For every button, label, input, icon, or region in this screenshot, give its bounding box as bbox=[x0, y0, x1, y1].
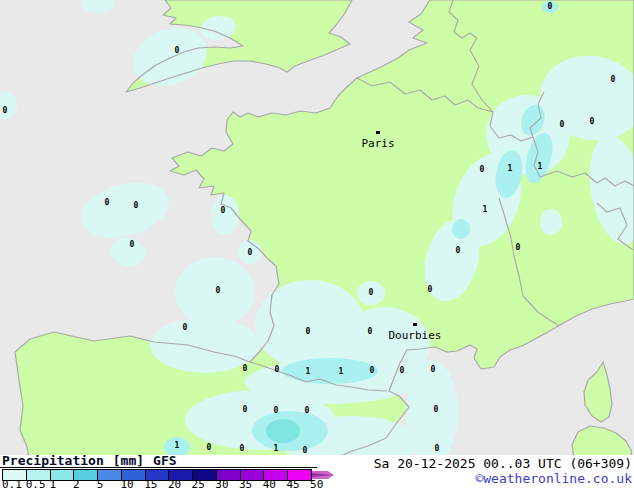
colorbar-tick-label: 10 bbox=[121, 479, 134, 490]
precip-value-label: 0 bbox=[590, 117, 595, 126]
colorbar-tick-label: 15 bbox=[144, 479, 157, 490]
precip-value-label: 0 bbox=[428, 285, 433, 294]
colorbar-tick-label: 45 bbox=[286, 479, 299, 490]
colorbar-tick-label: 20 bbox=[168, 479, 181, 490]
precip-value-label: 0 bbox=[369, 288, 374, 297]
weather-map-screen: ParisDourbies 00000001110000000000000001… bbox=[0, 0, 634, 490]
precip-value-label: 0 bbox=[303, 446, 308, 455]
colorbar-tick-label: 40 bbox=[263, 479, 276, 490]
timestamp-block: Sa 20-12-2025 00..03 UTC (06+309) ©weath… bbox=[374, 456, 632, 486]
colorbar-tick-label: 35 bbox=[239, 479, 252, 490]
precip-value-label: 1 bbox=[175, 441, 180, 450]
precip-value-label: 0 bbox=[435, 444, 440, 453]
colorbar-ticks: 0.10.5125101520253035404550 bbox=[0, 480, 340, 490]
city-label-dourbies: Dourbies bbox=[389, 329, 442, 342]
city-marker-paris bbox=[376, 131, 380, 134]
precip-areas-heavy bbox=[266, 419, 300, 443]
precip-value-label: 0 bbox=[560, 120, 565, 129]
precip-color-scale: Precipitation[mm]GFS 0.10.51251015202530… bbox=[0, 455, 340, 490]
precip-value-label: 0 bbox=[548, 2, 553, 11]
colorbar-tick-label: 0.5 bbox=[26, 479, 46, 490]
precip-value-label: 0 bbox=[611, 75, 616, 84]
colorbar-tick-label: 25 bbox=[192, 479, 205, 490]
precip-value-label: 0 bbox=[243, 405, 248, 414]
precip-value-label: 0 bbox=[431, 365, 436, 374]
scale-title-model: GFS bbox=[153, 453, 176, 468]
precip-value-label: 1 bbox=[483, 205, 488, 214]
valid-time-text: Sa 20-12-2025 00..03 UTC (06+309) bbox=[374, 456, 632, 471]
precip-value-label: 1 bbox=[508, 164, 513, 173]
precip-value-label: 0 bbox=[516, 243, 521, 252]
precip-value-label: 1 bbox=[538, 162, 543, 171]
precip-value-label: 0 bbox=[243, 364, 248, 373]
precip-value-label: 0 bbox=[306, 327, 311, 336]
precip-value-label: 1 bbox=[306, 367, 311, 376]
scale-title: Precipitation[mm]GFS bbox=[0, 455, 317, 468]
precip-value-label: 0 bbox=[480, 165, 485, 174]
precip-value-label: 0 bbox=[240, 444, 245, 453]
colorbar-tick-label: 50 bbox=[310, 479, 323, 490]
scale-title-unit: [mm] bbox=[113, 453, 144, 468]
precip-value-label: 0 bbox=[134, 201, 139, 210]
precipitation-map[interactable]: ParisDourbies 00000001110000000000000001… bbox=[0, 0, 634, 455]
legend-strip: Precipitation[mm]GFS 0.10.51251015202530… bbox=[0, 455, 634, 490]
copyright-text[interactable]: ©weatheronline.co.uk bbox=[374, 471, 632, 486]
precip-value-label: 1 bbox=[274, 444, 279, 453]
precip-value-label: 0 bbox=[400, 366, 405, 375]
scale-title-parameter: Precipitation bbox=[2, 453, 104, 468]
precip-value-label: 0 bbox=[434, 405, 439, 414]
colorbar-tick-label: 2 bbox=[73, 479, 80, 490]
precip-value-label: 0 bbox=[216, 286, 221, 295]
precip-value-label: 0 bbox=[368, 327, 373, 336]
precip-value-label: 0 bbox=[183, 323, 188, 332]
precip-value-label: 0 bbox=[3, 106, 8, 115]
colorbar-tick-label: 30 bbox=[215, 479, 228, 490]
precip-value-label: 0 bbox=[105, 198, 110, 207]
precip-value-label: 0 bbox=[248, 248, 253, 257]
precip-value-label: 1 bbox=[339, 367, 344, 376]
precip-value-label: 0 bbox=[207, 443, 212, 452]
colorbar-tick-label: 0.1 bbox=[2, 479, 22, 490]
precip-value-label: 0 bbox=[370, 366, 375, 375]
precip-value-label: 0 bbox=[456, 246, 461, 255]
city-marker-dourbies bbox=[413, 323, 417, 326]
precip-value-label: 0 bbox=[130, 240, 135, 249]
colorbar-tick-label: 1 bbox=[49, 479, 56, 490]
precip-value-label: 0 bbox=[175, 46, 180, 55]
precip-value-label: 0 bbox=[221, 206, 226, 215]
precip-value-label: 0 bbox=[274, 406, 279, 415]
precip-value-label: 0 bbox=[305, 406, 310, 415]
colorbar-tick-label: 5 bbox=[97, 479, 104, 490]
precip-value-label: 0 bbox=[275, 365, 280, 374]
city-label-paris: Paris bbox=[361, 137, 394, 150]
